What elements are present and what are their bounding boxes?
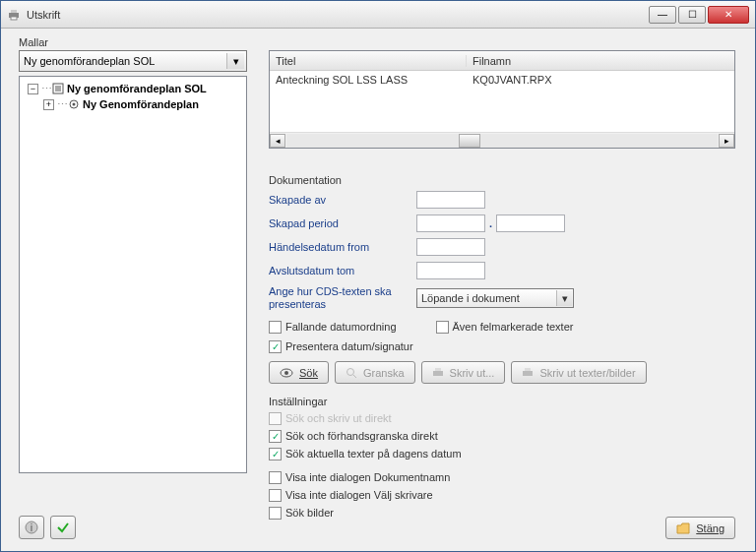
- tree-node-icon: [51, 83, 65, 94]
- grid-cell-filename: KQ0JVANT.RPX: [467, 74, 734, 86]
- tree-node-label: Ny Genomförandeplan: [83, 98, 199, 110]
- review-button[interactable]: Granska: [335, 361, 415, 384]
- close-button[interactable]: Stäng: [665, 517, 735, 539]
- created-period-to-input[interactable]: [496, 215, 565, 232]
- search-print-direct-label: Sök och skriv ut direkt: [285, 412, 392, 424]
- tree-row[interactable]: − ⋯ Ny genomförandeplan SOL: [22, 81, 244, 96]
- scroll-thumb[interactable]: [459, 134, 480, 148]
- print-button-label: Skriv ut...: [450, 367, 495, 379]
- search-print-direct-checkbox[interactable]: Sök och skriv ut direkt: [269, 409, 735, 427]
- print-button[interactable]: Skriv ut...: [421, 361, 506, 384]
- printer-icon: [432, 367, 444, 379]
- hide-printer-dialog-checkbox[interactable]: Visa inte dialogen Välj skrivare: [269, 486, 735, 504]
- present-date-label: Presentera datum/signatur: [285, 340, 413, 352]
- eye-icon: [280, 368, 293, 378]
- confirm-button[interactable]: [50, 516, 76, 539]
- print-texts-images-button[interactable]: Skriv ut texter/bilder: [511, 361, 646, 384]
- magnifier-icon: [346, 367, 357, 379]
- grid-header-title[interactable]: Titel: [270, 55, 467, 67]
- hide-docname-dialog-label: Visa inte dialogen Dokumentnamn: [285, 471, 450, 483]
- cds-select-value: Löpande i dokument: [421, 292, 520, 304]
- info-button[interactable]: i: [19, 516, 44, 539]
- checkbox-icon: [269, 321, 282, 334]
- printer-icon: [7, 8, 21, 22]
- search-current-texts-label: Sök aktuella texter på dagens datum: [285, 448, 462, 460]
- bottom-right-buttons: Stäng: [665, 517, 735, 539]
- scroll-track[interactable]: [286, 134, 718, 148]
- cds-presentation-select[interactable]: Löpande i dokument ▾: [416, 288, 574, 308]
- close-button-label: Stäng: [696, 522, 724, 534]
- checkbox-checked-icon: [269, 448, 282, 460]
- template-combo[interactable]: Ny genomförandeplan SOL ▾: [19, 50, 247, 72]
- settings-title: Inställningar: [269, 396, 735, 407]
- created-by-label: Skapade av: [269, 194, 416, 206]
- error-marked-label: Även felmarkerade texter: [453, 321, 574, 333]
- content-area: Mallar Ny genomförandeplan SOL ▾ − ⋯ Ny …: [1, 29, 755, 551]
- svg-point-11: [346, 368, 353, 375]
- svg-line-12: [353, 375, 356, 378]
- svg-text:i: i: [31, 521, 32, 533]
- horizontal-scrollbar[interactable]: ◂ ▸: [270, 132, 734, 148]
- checkbox-icon: [269, 489, 282, 502]
- template-tree[interactable]: − ⋯ Ny genomförandeplan SOL + ⋯ Ny Genom…: [19, 76, 247, 473]
- tree-row[interactable]: + ⋯ Ny Genomförandeplan: [22, 96, 244, 112]
- titlebar[interactable]: Utskrift — ☐ ✕: [1, 1, 755, 29]
- left-column: Mallar Ny genomförandeplan SOL ▾ − ⋯ Ny …: [19, 36, 255, 473]
- svg-rect-13: [433, 371, 443, 376]
- file-grid[interactable]: Titel Filnamn Anteckning SOL LSS LASS KQ…: [269, 50, 735, 149]
- print-texts-images-label: Skriv ut texter/bilder: [539, 367, 635, 379]
- checkbox-checked-icon: [269, 430, 282, 443]
- falling-date-checkbox[interactable]: Fallande datumordning: [269, 318, 397, 336]
- tree-expand-icon[interactable]: +: [43, 99, 54, 110]
- created-period-label: Skapad period: [269, 217, 416, 229]
- svg-point-8: [73, 103, 76, 106]
- falling-date-label: Fallande datumordning: [285, 321, 397, 333]
- check-icon: [56, 521, 70, 534]
- event-date-from-input[interactable]: [416, 238, 485, 256]
- window-title: Utskrift: [27, 9, 649, 21]
- tree-node-label: Ny genomförandeplan SOL: [67, 83, 207, 94]
- search-button[interactable]: Sök: [269, 361, 329, 384]
- close-window-button[interactable]: ✕: [708, 6, 749, 24]
- checkbox-icon: [436, 321, 449, 334]
- svg-rect-14: [435, 368, 441, 371]
- grid-header-filename[interactable]: Filnamn: [467, 55, 734, 67]
- template-combo-value: Ny genomförandeplan SOL: [24, 55, 155, 67]
- error-marked-checkbox[interactable]: Även felmarkerade texter: [436, 318, 574, 336]
- tree-connector-icon: ⋯: [57, 98, 67, 111]
- created-period-from-input[interactable]: [416, 215, 485, 232]
- scroll-right-button[interactable]: ▸: [719, 134, 734, 148]
- hide-docname-dialog-checkbox[interactable]: Visa inte dialogen Dokumentnamn: [269, 468, 735, 486]
- svg-rect-1: [11, 10, 17, 13]
- scroll-left-button[interactable]: ◂: [270, 134, 285, 148]
- documentation-section: Dokumentation Skapade av Skapad period .…: [269, 174, 735, 384]
- print-dialog-window: Utskrift — ☐ ✕ Mallar Ny genomförandepla…: [0, 0, 756, 552]
- documentation-title: Dokumentation: [269, 174, 735, 186]
- checkbox-checked-icon: [269, 340, 282, 353]
- created-by-input[interactable]: [416, 191, 485, 209]
- chevron-down-icon: ▾: [226, 53, 244, 69]
- period-separator: .: [489, 217, 492, 229]
- search-current-texts-checkbox[interactable]: Sök aktuella texter på dagens datum: [269, 445, 735, 462]
- printer-icon: [522, 367, 534, 379]
- search-button-label: Sök: [299, 367, 318, 379]
- templates-label: Mallar: [19, 36, 255, 48]
- checkbox-icon: [269, 507, 282, 520]
- tree-collapse-icon[interactable]: −: [28, 84, 38, 94]
- chevron-down-icon: ▾: [556, 290, 572, 306]
- hide-printer-dialog-label: Visa inte dialogen Välj skrivare: [285, 489, 433, 501]
- checkbox-icon: [269, 412, 282, 425]
- cds-presentation-label: Ange hur CDS-texten ska presenteras: [269, 285, 416, 311]
- end-date-input[interactable]: [416, 262, 485, 279]
- minimize-button[interactable]: —: [649, 6, 676, 24]
- search-preview-direct-checkbox[interactable]: Sök och förhandsgranska direkt: [269, 427, 735, 445]
- grid-header: Titel Filnamn: [270, 51, 734, 71]
- svg-rect-15: [523, 371, 533, 376]
- bottom-left-buttons: i: [19, 516, 76, 539]
- right-column: Titel Filnamn Anteckning SOL LSS LASS KQ…: [269, 50, 735, 539]
- svg-rect-16: [525, 368, 531, 371]
- present-date-checkbox[interactable]: Presentera datum/signatur: [269, 337, 735, 355]
- svg-point-10: [284, 371, 288, 375]
- maximize-button[interactable]: ☐: [678, 6, 706, 24]
- grid-row[interactable]: Anteckning SOL LSS LASS KQ0JVANT.RPX: [270, 71, 734, 89]
